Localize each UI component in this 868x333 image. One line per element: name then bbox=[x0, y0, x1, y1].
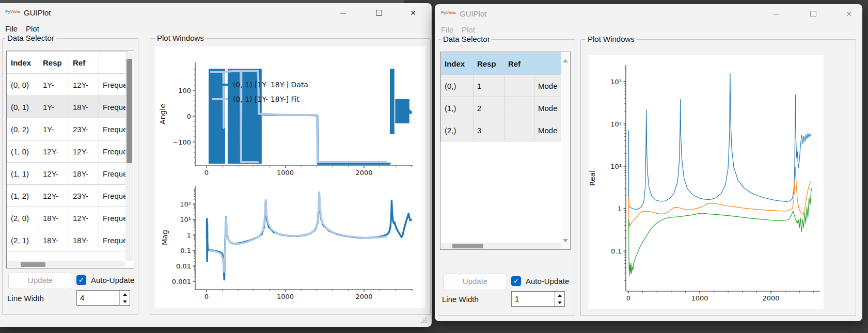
table-cell[interactable]: 1Y- bbox=[39, 96, 69, 118]
auto-update-checkbox[interactable]: ✓ bbox=[511, 276, 521, 286]
menu-file[interactable]: File bbox=[441, 25, 453, 34]
resize-grip[interactable] bbox=[421, 322, 422, 323]
table-cell[interactable]: 12Y- bbox=[39, 163, 69, 185]
line-width-input[interactable] bbox=[512, 292, 553, 305]
plot-canvas[interactable]: 0100020001000−100Angle 01000200010²10¹10… bbox=[155, 46, 425, 308]
column-header[interactable]: Index bbox=[7, 52, 39, 74]
spin-up-button[interactable] bbox=[120, 291, 130, 298]
spin-up-button[interactable] bbox=[555, 292, 564, 299]
table-row[interactable]: (1, 0)12Y-12Y-Freque bbox=[7, 140, 128, 163]
scrollbar-thumb[interactable] bbox=[127, 59, 132, 163]
svg-text:1000: 1000 bbox=[691, 294, 708, 302]
maximize-button[interactable] bbox=[367, 3, 391, 23]
table-cell[interactable]: 2 bbox=[474, 97, 504, 119]
table-cell[interactable]: Mode bbox=[534, 119, 561, 141]
maximize-button[interactable] bbox=[801, 4, 825, 24]
line-width-input[interactable] bbox=[77, 291, 118, 304]
legend-entry: (0, 1) [1Y- 18Y-] Data bbox=[212, 77, 308, 92]
table-cell[interactable]: Freque bbox=[99, 140, 128, 163]
scroll-down-icon[interactable] bbox=[563, 239, 568, 243]
table-cell[interactable]: Freque bbox=[99, 96, 128, 118]
column-header[interactable] bbox=[99, 52, 128, 74]
column-header[interactable] bbox=[534, 53, 561, 75]
table-cell[interactable]: Freque bbox=[99, 118, 128, 140]
table-cell[interactable] bbox=[504, 97, 534, 119]
table-cell[interactable]: 18Y- bbox=[69, 229, 99, 251]
update-button[interactable]: Update bbox=[443, 274, 507, 290]
vertical-scrollbar[interactable] bbox=[561, 53, 570, 249]
scrollbar-thumb[interactable] bbox=[21, 262, 45, 267]
column-header[interactable]: Index bbox=[441, 53, 474, 75]
table-row[interactable]: (2, 1)18Y-18Y-Freque bbox=[7, 229, 128, 251]
table-row[interactable]: (0,)1Mode bbox=[441, 75, 561, 97]
table-row[interactable]: (1,)2Mode bbox=[441, 97, 561, 119]
table-cell[interactable]: 12Y- bbox=[69, 207, 99, 229]
table-cell[interactable]: Freque bbox=[99, 207, 128, 229]
table-cell[interactable]: 1Y- bbox=[39, 74, 69, 96]
scrollbar-thumb[interactable] bbox=[452, 244, 483, 248]
table-cell[interactable]: (1, 1) bbox=[7, 163, 39, 185]
horizontal-scrollbar[interactable] bbox=[7, 261, 125, 267]
spin-down-button[interactable] bbox=[120, 298, 130, 305]
table-cell[interactable]: Mode bbox=[534, 75, 561, 97]
table-row[interactable]: (0, 1)1Y-18Y-Freque bbox=[7, 96, 128, 118]
legend-label: (0, 1) [1Y- 18Y-] Data bbox=[233, 81, 308, 89]
table-cell[interactable]: (0, 2) bbox=[7, 118, 39, 140]
table-row[interactable]: (1, 1)12Y-18Y-Freque bbox=[7, 163, 128, 185]
column-header[interactable]: Ref bbox=[504, 53, 534, 75]
auto-update-checkbox[interactable]: ✓ bbox=[76, 275, 86, 285]
table-cell[interactable]: Freque bbox=[99, 74, 128, 96]
table-cell[interactable]: (2, 1) bbox=[7, 229, 39, 251]
table-cell[interactable]: 18Y- bbox=[69, 96, 99, 118]
titlebar[interactable]: PyVista GUIPlot ✕ bbox=[435, 4, 862, 24]
table-cell[interactable]: Mode bbox=[534, 97, 561, 119]
table-cell[interactable]: Freque bbox=[99, 185, 128, 207]
table-cell[interactable] bbox=[504, 119, 534, 141]
table-row[interactable]: (0, 0)1Y-12Y-Freque bbox=[7, 74, 128, 96]
titlebar[interactable]: PyVista GUIPlot ✕ bbox=[0, 3, 432, 23]
table-cell[interactable]: 3 bbox=[474, 119, 504, 141]
minimize-button[interactable] bbox=[331, 3, 355, 23]
table-row[interactable]: (2, 0)18Y-12Y-Freque bbox=[7, 207, 128, 229]
plot-canvas[interactable]: 01000200010³10²10¹10.1Real bbox=[589, 55, 824, 309]
table-cell[interactable]: (0, 1) bbox=[7, 96, 39, 118]
table-cell[interactable]: (1, 0) bbox=[7, 140, 39, 163]
close-button[interactable]: ✕ bbox=[401, 3, 425, 23]
table-cell[interactable]: 1 bbox=[474, 75, 504, 97]
table-cell[interactable]: (1,) bbox=[441, 97, 474, 119]
table-cell[interactable]: 12Y- bbox=[39, 140, 69, 163]
menu-plot[interactable]: Plot bbox=[26, 24, 39, 33]
minimize-button[interactable] bbox=[764, 4, 788, 24]
table-cell[interactable]: 18Y- bbox=[39, 207, 69, 229]
column-header[interactable]: Resp bbox=[39, 52, 69, 74]
table-cell[interactable]: (1, 2) bbox=[7, 185, 39, 207]
close-button[interactable]: ✕ bbox=[837, 4, 861, 24]
table-cell[interactable]: 18Y- bbox=[39, 229, 69, 251]
table-cell[interactable]: (0,) bbox=[441, 75, 474, 97]
table-cell[interactable]: Freque bbox=[99, 229, 128, 251]
table-cell[interactable]: 12Y- bbox=[69, 140, 99, 163]
table-row[interactable]: (0, 2)1Y-23Y-Freque bbox=[7, 118, 128, 140]
spin-down-button[interactable] bbox=[555, 299, 564, 306]
table-cell[interactable]: 18Y- bbox=[69, 163, 99, 185]
horizontal-scrollbar[interactable] bbox=[441, 243, 561, 249]
table-cell[interactable]: 1Y- bbox=[39, 118, 69, 140]
scroll-up-icon[interactable] bbox=[563, 59, 568, 62]
table-cell[interactable]: 23Y- bbox=[69, 185, 99, 207]
table-cell[interactable]: (2, 0) bbox=[7, 207, 39, 229]
menu-file[interactable]: File bbox=[5, 24, 18, 33]
table-cell[interactable]: 23Y- bbox=[69, 118, 99, 140]
table-cell[interactable]: (0, 0) bbox=[7, 74, 39, 96]
table-cell[interactable]: 12Y- bbox=[39, 185, 69, 207]
menu-plot[interactable]: Plot bbox=[462, 25, 475, 34]
table-cell[interactable]: 12Y- bbox=[69, 74, 99, 96]
column-header[interactable]: Ref bbox=[69, 52, 99, 74]
table-cell[interactable] bbox=[504, 75, 534, 97]
vertical-scrollbar[interactable] bbox=[125, 52, 133, 261]
table-row[interactable]: (2,)3Mode bbox=[441, 119, 561, 141]
column-header[interactable]: Resp bbox=[474, 53, 504, 75]
table-cell[interactable]: (2,) bbox=[441, 119, 474, 141]
table-cell[interactable]: Freque bbox=[99, 163, 128, 185]
table-row[interactable]: (1, 2)12Y-23Y-Freque bbox=[7, 185, 128, 207]
update-button[interactable]: Update bbox=[8, 273, 72, 289]
